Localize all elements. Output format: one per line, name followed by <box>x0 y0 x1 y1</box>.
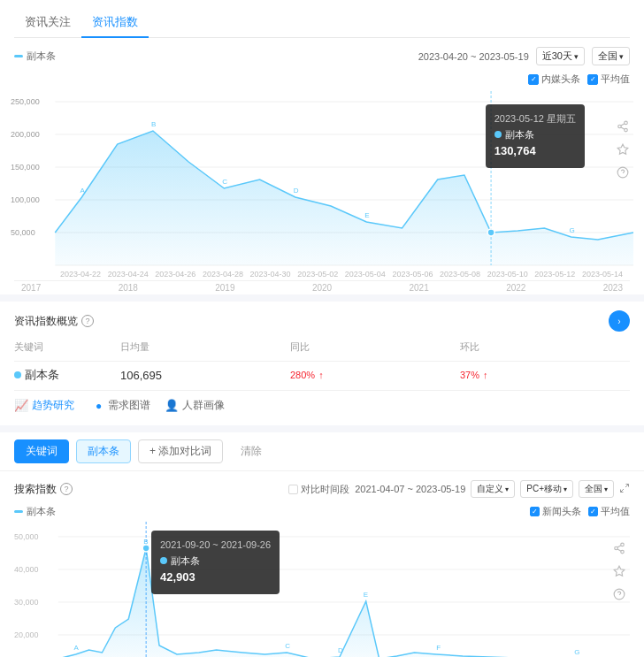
period-btn[interactable]: 近30天 ▾ <box>536 47 585 65</box>
svg-point-18 <box>487 229 494 236</box>
search-controls: 对比时间段 2021-04-07 ~ 2023-05-19 自定义 ▾ PC+移… <box>288 480 630 498</box>
svg-text:20,000: 20,000 <box>14 630 38 639</box>
mom-value: 37% <box>460 370 479 380</box>
yoy-arrow: ↑ <box>318 370 324 380</box>
chevron-custom: ▾ <box>505 485 509 493</box>
analysis-tab-portrait[interactable]: 👤 人群画像 <box>165 398 225 416</box>
svg-text:A: A <box>74 644 80 652</box>
svg-text:E: E <box>364 211 369 219</box>
expand-icon-btn[interactable] <box>619 483 630 495</box>
stats-info-icon[interactable]: ? <box>81 315 94 327</box>
checkbox-icon: ✓ <box>528 74 539 85</box>
kw-color-dot <box>14 371 21 378</box>
bottom-side-icons <box>610 539 628 603</box>
news-media-label: 新闻头条 <box>542 505 581 518</box>
daily-value: 106,695 <box>120 369 162 382</box>
custom-btn[interactable]: 自定义 ▾ <box>471 480 515 498</box>
tab-news[interactable]: 资讯关注 <box>14 9 81 37</box>
svg-point-48 <box>621 550 625 554</box>
avg-checkbox-icon: ✓ <box>587 74 598 85</box>
bottom-chart-tooltip: 2021-09-20 ~ 2021-09-26 副本条 42,903 <box>151 531 280 594</box>
bottom-avg-checkbox[interactable]: ✓ 平均值 <box>588 505 630 518</box>
svg-marker-51 <box>614 566 625 576</box>
tabs-row: 资讯关注 资讯指数 <box>14 9 630 38</box>
avg-checkbox[interactable]: ✓ 平均值 <box>587 73 630 86</box>
bottom-tooltip-dot <box>160 557 167 564</box>
svg-text:250,000: 250,000 <box>11 97 40 106</box>
svg-point-46 <box>621 543 625 546</box>
bottom-tooltip-label: 副本条 <box>171 554 200 569</box>
region-bottom-btn[interactable]: 全国 ▾ <box>579 480 614 498</box>
svg-marker-24 <box>617 144 628 154</box>
trend-icon: 📈 <box>14 399 28 412</box>
svg-text:E: E <box>364 591 368 599</box>
portrait-icon: 👤 <box>165 399 179 412</box>
chart-area <box>55 131 633 265</box>
bottom-tooltip-value: 42,903 <box>160 569 271 587</box>
page-wrapper: 资讯关注 资讯指数 副本条 2023-04-20 ~ 2023-05-19 近3… <box>0 0 644 657</box>
search-info-icon[interactable]: ? <box>60 483 73 495</box>
analysis-tab-trend[interactable]: 📈 趋势研究 <box>14 398 74 416</box>
avg-label: 平均值 <box>601 73 630 86</box>
kw-type-btn[interactable]: 关键词 <box>14 439 69 463</box>
bottom-chart-options: ✓ 新闻头条 ✓ 平均值 <box>530 505 630 518</box>
date-range-display: 2023-04-20 ~ 2023-05-19 <box>418 51 529 62</box>
search-title: 搜索指数 ? <box>14 482 73 497</box>
svg-line-23 <box>621 124 625 126</box>
date-range-bottom: 2021-04-07 ~ 2023-05-19 <box>355 484 465 494</box>
top-chart-container: 250,000 200,000 150,000 100,000 50,000 <box>11 91 633 268</box>
svg-text:40,000: 40,000 <box>14 565 38 574</box>
bottom-legend: 副本条 <box>14 505 56 518</box>
svg-text:B: B <box>151 120 156 128</box>
bottom-share-btn[interactable] <box>610 539 628 557</box>
chevron-down-icon: ▾ <box>574 52 579 61</box>
trend-label: 趋势研究 <box>32 398 74 413</box>
svg-text:F: F <box>436 644 441 652</box>
analysis-tabs: 📈 趋势研究 ● 需求图谱 👤 人群画像 <box>14 390 630 416</box>
stats-expand-btn[interactable]: › <box>609 310 630 332</box>
device-btn[interactable]: PC+移动 ▾ <box>520 480 573 498</box>
news-checkbox-box: ✓ <box>530 507 540 516</box>
stats-title: 资讯指数概览 ? › <box>14 310 630 332</box>
kw-add-btn[interactable]: + 添加对比词 <box>138 439 223 463</box>
svg-point-20 <box>618 125 622 128</box>
tab-index[interactable]: 资讯指数 <box>81 9 149 37</box>
side-icons <box>614 118 632 181</box>
svg-line-27 <box>625 485 629 488</box>
svg-text:D: D <box>294 187 299 195</box>
region-btn[interactable]: 全国 ▾ <box>592 47 630 65</box>
share-icon-btn[interactable] <box>614 118 632 135</box>
news-checkbox[interactable]: ✓ 新闻头条 <box>530 505 581 518</box>
media-checkbox[interactable]: ✓ 内媒头条 <box>528 73 580 86</box>
mom-item: 37% ↑ <box>460 370 630 380</box>
svg-point-45 <box>142 545 150 552</box>
svg-line-22 <box>621 127 625 129</box>
compare-checkbox-box <box>288 485 298 494</box>
svg-text:30,000: 30,000 <box>14 598 38 607</box>
kw-clear-btn[interactable]: 清除 <box>230 440 272 462</box>
search-header: 搜索指数 ? 对比时间段 2021-04-07 ~ 2023-05-19 自定义… <box>14 480 630 498</box>
star-icon-btn[interactable] <box>614 141 632 158</box>
yoy-item: 280% ↑ <box>290 370 460 380</box>
bottom-star-btn[interactable] <box>610 562 628 580</box>
col-keyword: 关键词 <box>14 340 120 354</box>
portrait-label: 人群画像 <box>182 398 225 413</box>
media-label: 内媒头条 <box>541 73 580 86</box>
svg-line-49 <box>617 549 621 551</box>
chevron-region: ▾ <box>604 485 608 493</box>
bottom-tooltip-date: 2021-09-20 ~ 2021-09-26 <box>160 538 271 554</box>
top-legend: 副本条 <box>14 50 56 63</box>
kw-tag-btn[interactable]: 副本条 <box>76 439 131 463</box>
bottom-help-btn[interactable] <box>610 585 628 603</box>
stats-header-row: 关键词 日均量 同比 环比 <box>14 340 630 362</box>
top-chart-svg: 250,000 200,000 150,000 100,000 50,000 <box>11 91 633 268</box>
top-section: 资讯关注 资讯指数 副本条 2023-04-20 ~ 2023-05-19 近3… <box>0 0 644 294</box>
demand-dot: ● <box>96 400 102 412</box>
help-icon-btn[interactable] <box>614 164 632 181</box>
svg-point-19 <box>625 121 628 125</box>
svg-text:50,000: 50,000 <box>11 228 35 237</box>
analysis-tab-demand[interactable]: ● 需求图谱 <box>88 398 150 416</box>
compare-checkbox[interactable]: 对比时间段 <box>288 483 349 496</box>
col-daily: 日均量 <box>120 340 290 354</box>
bottom-avg-box: ✓ <box>588 507 598 516</box>
